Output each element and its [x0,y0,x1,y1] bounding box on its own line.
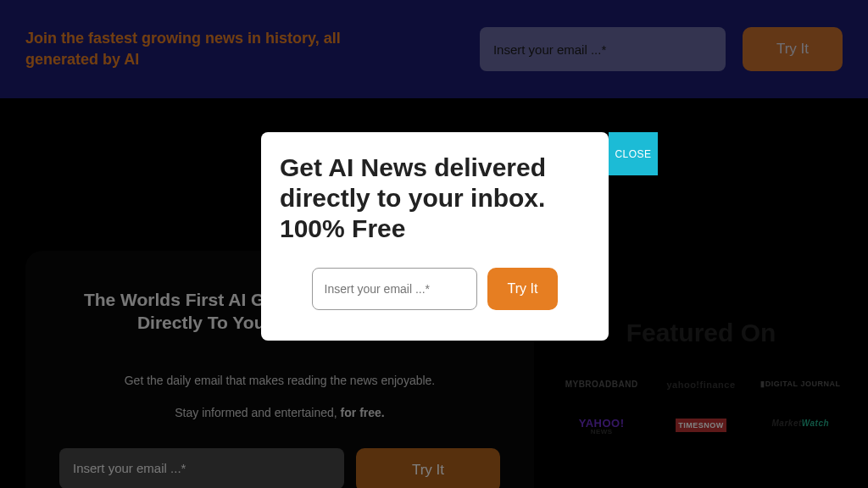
press-logos-grid: MYBROADBAND yahoo!finance ▮DIGITAL JOURN… [559,380,843,435]
modal-email-input[interactable] [312,268,477,310]
banner-email-input[interactable] [480,27,726,71]
logo-digital-journal: ▮DIGITAL JOURNAL [759,380,843,390]
banner-headline: Join the fastest growing news in history… [25,28,381,70]
hero-email-input[interactable] [59,448,344,488]
close-button[interactable]: CLOSE [609,132,658,175]
logo-timesnow: TIMESNOW [659,419,743,435]
banner-form: Try It [480,27,843,71]
modal-tryit-button[interactable]: Try It [487,268,559,310]
logo-mybroadband: MYBROADBAND [559,380,643,390]
hero-subtitle-2: Stay informed and entertained, for free. [59,406,500,419]
logo-yahoo-news: YAHOO!NEWS [559,419,643,435]
logo-marketwatch: MarketWatch [759,419,843,435]
hero-form: Try It [59,448,500,488]
banner-tryit-button[interactable]: Try It [743,27,843,71]
top-signup-banner: Join the fastest growing news in history… [0,0,868,98]
logo-yahoo-finance: yahoo!finance [659,380,743,390]
featured-on-section: Featured On MYBROADBAND yahoo!finance ▮D… [559,319,843,488]
hero-sub2-prefix: Stay informed and entertained, [175,406,340,419]
hero-tryit-button[interactable]: Try It [356,448,500,488]
newsletter-modal: CLOSE Get AI News delivered directly to … [261,132,609,341]
hero-sub2-bold: for free. [341,406,385,419]
modal-form: Try It [280,268,590,310]
hero-subtitle-1: Get the daily email that makes reading t… [59,374,500,387]
modal-title: Get AI News delivered directly to your i… [280,152,585,244]
